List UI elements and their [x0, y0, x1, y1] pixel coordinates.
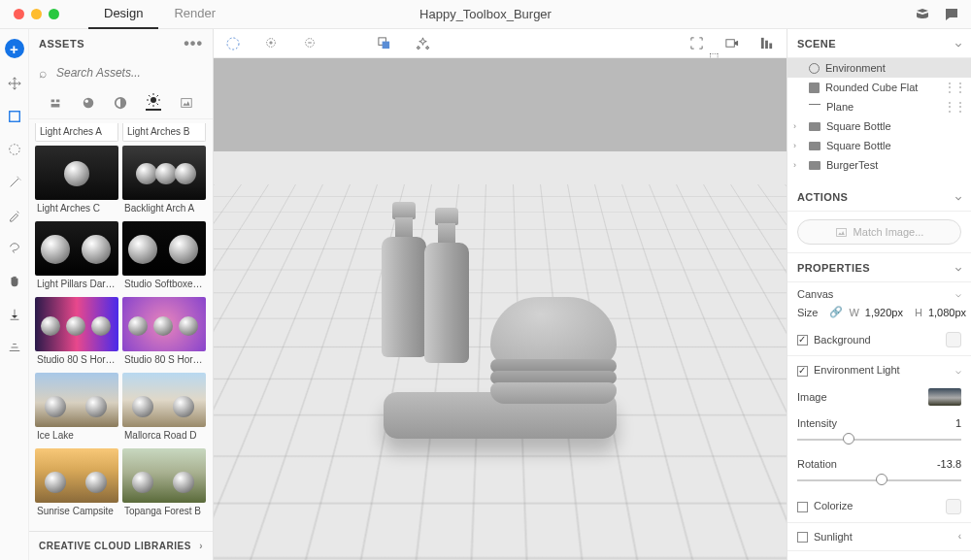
asset-label: Mallorca Road D	[122, 427, 206, 445]
scene-item-label: Square Bottle	[826, 120, 891, 132]
properties-header[interactable]: PROPERTIES ⌵	[787, 253, 971, 282]
background-color-swatch[interactable]	[946, 332, 961, 347]
match-image-button[interactable]: Match Image...	[797, 219, 961, 245]
svg-point-1	[83, 98, 93, 109]
background-checkbox[interactable]	[797, 335, 808, 346]
item-options-icon[interactable]: ⋮⋮	[944, 100, 965, 114]
wand-tool-icon[interactable]	[7, 175, 22, 190]
hand-tool-icon[interactable]	[7, 274, 22, 289]
marquee-select-icon[interactable]	[225, 36, 241, 51]
scene-header[interactable]: SCENE ⌵	[787, 29, 971, 58]
expand-icon[interactable]: ›	[793, 141, 796, 150]
asset-item[interactable]: Ice Lake	[35, 373, 118, 445]
chevron-left-icon[interactable]: ‹	[958, 531, 961, 542]
shapes-tab-icon[interactable]	[113, 95, 128, 111]
asset-item[interactable]: Studio Softboxes ...	[122, 221, 206, 293]
chat-icon[interactable]	[944, 7, 959, 22]
expand-icon[interactable]: ›	[793, 160, 796, 170]
asset-item[interactable]: Backlight Arch A	[122, 146, 206, 217]
rotate-tool-icon[interactable]	[7, 142, 22, 157]
globe-icon	[809, 63, 820, 74]
render-settings-icon[interactable]	[759, 36, 775, 51]
eyedropper-tool-icon[interactable]	[7, 208, 22, 223]
scene-item-rounded-cube[interactable]: Rounded Cube Flat⋮⋮	[787, 78, 971, 97]
asset-item[interactable]: Studio 80 S Horro...	[122, 297, 206, 369]
add-selection-icon[interactable]	[264, 36, 280, 51]
size-row: Size 🔗 W 1,920px H 1,080px	[787, 302, 971, 326]
intensity-slider[interactable]	[797, 431, 961, 448]
asset-item[interactable]: Light Arches B	[122, 123, 206, 142]
cc-libraries-toggle[interactable]: CREATIVE CLOUD LIBRARIES ›	[29, 531, 213, 560]
snap-icon[interactable]	[377, 36, 392, 51]
learn-icon[interactable]	[915, 7, 930, 22]
asset-grid: Light Arches A Light Arches B Light Arch…	[29, 119, 213, 531]
materials-tab-icon[interactable]	[81, 95, 96, 111]
subtract-selection-icon[interactable]	[303, 36, 318, 51]
lasso-tool-icon[interactable]	[7, 241, 22, 256]
chevron-down-icon[interactable]: ⌵	[955, 365, 961, 376]
tab-design[interactable]: Design	[88, 0, 158, 29]
env-image-thumb[interactable]	[928, 388, 961, 406]
expand-icon[interactable]: ›	[793, 121, 796, 131]
scene-item-label: Plane	[826, 101, 854, 113]
scene-item-plane[interactable]: Plane⋮⋮	[787, 97, 971, 116]
add-button[interactable]: +	[5, 39, 24, 58]
move-tool-icon[interactable]	[7, 76, 22, 91]
link-dimensions-icon[interactable]: 🔗	[829, 306, 843, 318]
env-light-checkbox[interactable]	[797, 366, 808, 377]
ground-tool-icon[interactable]	[7, 307, 22, 322]
chevron-down-icon: ⌵	[955, 191, 961, 202]
tab-render[interactable]: Render	[158, 0, 231, 29]
maximize-window[interactable]	[49, 9, 59, 19]
colorize-checkbox[interactable]	[797, 502, 808, 512]
assets-more-icon[interactable]: •••	[184, 35, 203, 52]
actions-header[interactable]: ACTIONS ⌵	[787, 182, 971, 212]
svg-rect-12	[761, 37, 764, 48]
camera-view-icon[interactable]	[724, 36, 740, 51]
perspective-tool-icon[interactable]	[7, 340, 22, 355]
left-toolbar: +	[0, 29, 29, 560]
asset-item[interactable]: Light Arches C	[35, 146, 118, 217]
asset-item[interactable]: Topanga Forest B	[122, 448, 206, 520]
select-tool-icon[interactable]	[7, 109, 22, 124]
models-tab-icon[interactable]	[48, 95, 63, 111]
frame-view-icon[interactable]	[689, 36, 705, 51]
effects-icon[interactable]	[416, 36, 431, 51]
item-options-icon[interactable]: ⋮⋮	[944, 81, 965, 94]
scene-item-environment[interactable]: Environment	[787, 58, 971, 78]
rotation-value[interactable]: -13.8	[937, 458, 961, 470]
images-tab-icon[interactable]	[179, 95, 194, 111]
asset-label: Light Pillars Dark A	[35, 276, 118, 293]
canvas-label: Canvas	[797, 288, 833, 300]
sunlight-checkbox[interactable]	[797, 532, 808, 543]
lights-tab-icon[interactable]	[146, 95, 161, 111]
height-value[interactable]: 1,080px	[928, 307, 966, 318]
rotation-slider[interactable]	[797, 472, 961, 489]
canvas-section[interactable]: Canvas⌵	[787, 282, 971, 302]
asset-item[interactable]: Sunrise Campsite	[35, 448, 118, 520]
mode-tabs: Design Render	[88, 0, 231, 29]
viewport-area: ⬚↖	[214, 29, 787, 560]
search-input[interactable]	[39, 62, 203, 83]
asset-item[interactable]: Light Pillars Dark A	[35, 221, 118, 293]
close-window[interactable]	[14, 9, 24, 19]
asset-item[interactable]: Light Arches A	[35, 123, 118, 142]
asset-label: Light Arches C	[35, 200, 118, 217]
asset-label: Backlight Arch A	[122, 200, 206, 217]
scene-item-square-bottle[interactable]: ›Square Bottle	[787, 116, 971, 136]
svg-rect-5	[182, 99, 192, 108]
scene-item-square-bottle-2[interactable]: ›Square Bottle	[787, 136, 971, 155]
3d-viewport[interactable]	[214, 58, 787, 560]
scene-item-burgertest[interactable]: ›BurgerTest	[787, 155, 971, 175]
asset-item[interactable]: Mallorca Road D	[122, 373, 206, 445]
colorize-swatch[interactable]	[946, 499, 961, 514]
asset-item[interactable]: Studio 80 S Horro...	[35, 297, 118, 369]
properties-title: PROPERTIES	[797, 262, 870, 274]
minimize-window[interactable]	[31, 9, 42, 19]
asset-label: Studio Softboxes ...	[122, 276, 206, 293]
env-light-row: Environment Light ⌵	[787, 358, 971, 382]
width-value[interactable]: 1,920px	[865, 307, 903, 318]
assets-panel: ASSETS ••• Light Arches A Light Arches B…	[29, 29, 214, 560]
scene-tree: Environment Rounded Cube Flat⋮⋮ Plane⋮⋮ …	[787, 58, 971, 175]
intensity-value[interactable]: 1	[955, 417, 961, 429]
